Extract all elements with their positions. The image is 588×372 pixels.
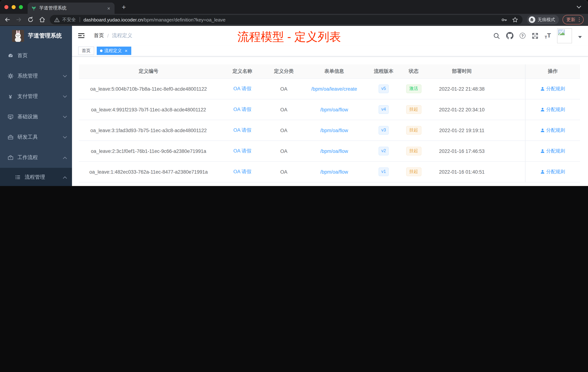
app-header: 首页 / 流程定义 流程模型 - 定义列表 ? TT [72, 26, 588, 45]
sidebar-fold-icon[interactable] [78, 33, 85, 38]
url-bar[interactable]: 不安全 dashboard.yudao.iocoder.cn/bpm/manag… [50, 15, 522, 24]
gear-icon [7, 73, 13, 79]
help-icon[interactable]: ? [520, 33, 525, 39]
browser-tabstrip: 芋道管理系统 × + [0, 0, 588, 14]
col-header-status: 状态 [400, 68, 427, 75]
incognito-label: 无痕模式 [538, 17, 555, 23]
browser-update-button[interactable]: 更新 [562, 15, 584, 24]
forward-icon[interactable] [16, 16, 22, 23]
sidebar-item-workflow[interactable]: 工作流程 [0, 147, 72, 168]
definition-name-link[interactable]: OA 请假 [233, 86, 251, 92]
site-favicon [31, 6, 36, 11]
cell-definition-id: oa_leave:3:1fad3d93-7b75-11ec-a3c8-acde4… [79, 120, 218, 141]
browser-menu-icon[interactable] [579, 17, 580, 22]
form-link[interactable]: /bpm/oa/flow [320, 107, 348, 112]
cell-category: OA [267, 79, 301, 99]
breadcrumb-current: 流程定义 [112, 33, 132, 39]
assign-rule-button[interactable]: 分配规则 [540, 127, 565, 134]
cell-filler [496, 141, 525, 161]
chevron-up-icon [63, 176, 67, 178]
browser-window: 芋道管理系统 × + [0, 0, 588, 186]
github-icon[interactable] [506, 32, 514, 39]
assign-rule-button[interactable]: 分配规则 [540, 86, 565, 92]
tab-close-icon[interactable]: × [106, 6, 111, 11]
table-header-row: 定义编号 定义名称 定义分类 表单信息 流程版本 状态 部署时间 操作 [79, 65, 580, 79]
page-title-annotation: 流程模型 - 定义列表 [237, 29, 341, 45]
sidebar-item-dev-tools[interactable]: 研发工具 [0, 127, 72, 147]
cell-category: OA [267, 99, 301, 120]
home-icon[interactable] [39, 16, 45, 23]
cell-deploy-time: 2022-01-22 19:19:11 [427, 120, 496, 141]
sidebar-item-payment[interactable]: ¥ 支付管理 [0, 86, 72, 107]
workflow-submenu: 流程管理 流程表单 用户分组 [0, 168, 72, 186]
person-icon [540, 107, 545, 112]
dashboard-icon [7, 53, 13, 59]
form-link[interactable]: /bpm/oa/leave/create [311, 86, 357, 92]
back-icon[interactable] [4, 16, 10, 23]
sidebar-item-infrastructure[interactable]: 基础设施 [0, 107, 72, 127]
form-link[interactable]: /bpm/oa/flow [320, 169, 348, 175]
breadcrumb-separator: / [107, 33, 109, 39]
cell-deploy-time: 2022-01-22 21:48:38 [427, 79, 496, 99]
url-domain: dashboard.yudao.iocoder.cn [84, 17, 143, 22]
bookmark-star-icon[interactable] [512, 17, 518, 23]
breadcrumb: 首页 / 流程定义 [94, 33, 132, 39]
assign-rule-button[interactable]: 分配规则 [540, 148, 565, 154]
window-minimize-button[interactable] [12, 5, 16, 9]
browser-tab[interactable]: 芋道管理系统 × [28, 2, 115, 14]
assign-rule-button[interactable]: 分配规则 [540, 169, 565, 175]
new-tab-button[interactable]: + [122, 3, 126, 10]
cell-deploy-time: 2022-01-16 17:46:53 [427, 141, 496, 161]
password-key-icon[interactable] [501, 17, 507, 23]
url-text[interactable]: dashboard.yudao.iocoder.cn/bpm/manager/d… [84, 17, 497, 22]
tag-home[interactable]: 首页 [78, 47, 94, 55]
cell-category: OA [267, 120, 301, 141]
window-controls [4, 5, 23, 9]
table-row: oa_leave:5:004b710b-7b8a-11ec-8ef0-acde4… [79, 79, 580, 99]
tag-process-definition[interactable]: 流程定义 × [97, 47, 131, 55]
assign-rule-button[interactable]: 分配规则 [540, 106, 565, 113]
sidebar: 芋道管理系统 首页 系统管理 ¥ 支付管理 [0, 26, 72, 186]
form-link[interactable]: /bpm/oa/flow [320, 148, 348, 154]
avatar-dropdown-caret-icon[interactable] [578, 36, 582, 38]
reload-icon[interactable] [27, 16, 34, 23]
form-link[interactable]: /bpm/oa/flow [320, 128, 348, 133]
person-icon [540, 87, 545, 91]
definition-table: 定义编号 定义名称 定义分类 表单信息 流程版本 状态 部署时间 操作 oa_l… [79, 65, 580, 182]
app-title: 芋道管理系统 [28, 32, 62, 40]
search-icon[interactable] [493, 32, 500, 39]
user-avatar-broken-image[interactable] [557, 28, 572, 43]
window-zoom-button[interactable] [19, 5, 23, 9]
status-badge: 挂起 [406, 147, 421, 155]
update-label: 更新 [566, 17, 576, 23]
security-label[interactable]: 不安全 [62, 17, 76, 23]
definition-name-link[interactable]: OA 请假 [233, 169, 251, 175]
active-tag-dot [100, 50, 103, 52]
cell-deploy-time: 2022-01-16 01:40:51 [427, 162, 496, 182]
font-size-icon[interactable]: TT [545, 32, 551, 39]
person-icon [540, 149, 545, 153]
sidebar-item-process-management[interactable]: 流程管理 [0, 168, 72, 186]
definition-name-link[interactable]: OA 请假 [233, 106, 251, 113]
chevron-down-icon [63, 136, 67, 139]
tab-search-chevron-icon[interactable] [576, 5, 581, 9]
chevron-up-icon [63, 156, 67, 159]
monitor-icon [7, 114, 13, 120]
status-badge: 挂起 [406, 126, 421, 134]
fullscreen-icon[interactable] [532, 32, 538, 39]
version-badge: v3 [378, 126, 389, 134]
window-close-button[interactable] [4, 5, 8, 9]
cell-filler [496, 162, 525, 182]
sidebar-item-system[interactable]: 系统管理 [0, 66, 72, 86]
chevron-down-icon [63, 116, 67, 118]
tag-close-icon[interactable]: × [125, 48, 127, 53]
table-row: oa_leave:2:3c1f0ef1-76b1-11ec-9c66-a2380… [79, 141, 580, 162]
col-header-definition-id: 定义编号 [79, 68, 218, 75]
app-logo[interactable]: 芋道管理系统 [0, 26, 72, 45]
cell-filler [496, 79, 525, 99]
breadcrumb-home[interactable]: 首页 [94, 33, 104, 39]
definition-name-link[interactable]: OA 请假 [233, 148, 251, 154]
briefcase-icon [7, 154, 13, 161]
definition-name-link[interactable]: OA 请假 [233, 127, 251, 134]
sidebar-item-home[interactable]: 首页 [0, 45, 72, 66]
